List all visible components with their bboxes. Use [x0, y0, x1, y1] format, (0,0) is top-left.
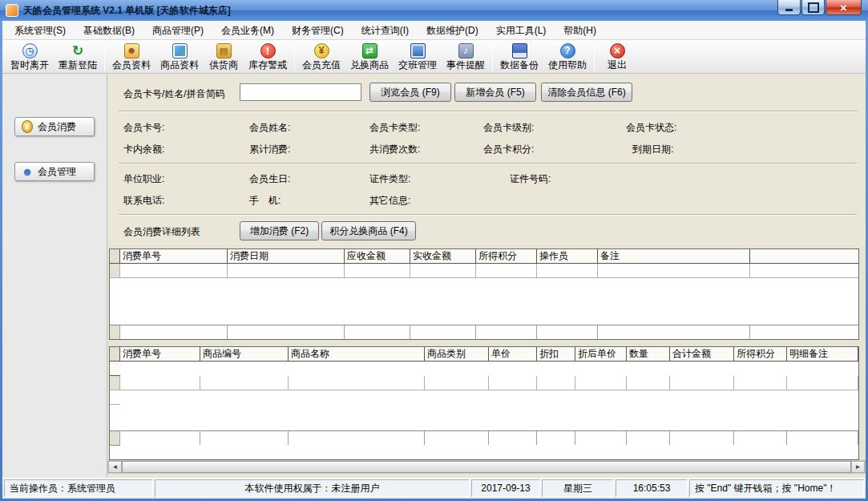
toolbar-stock-alert-button[interactable]: 库存警戒 [244, 42, 292, 72]
search-label: 会员卡号/姓名/拼音简码 [123, 87, 225, 101]
add-consume-button[interactable]: 增加消费 (F2) [240, 221, 319, 240]
id-number-label: 证件号码: [510, 172, 551, 186]
menu-item-utility-tools[interactable]: 实用工具(L) [487, 22, 555, 39]
clear-member-info-button[interactable]: 清除会员信息 (F6) [541, 83, 632, 102]
cell [425, 430, 489, 445]
toolbar-exit-button[interactable]: 退出 [597, 42, 637, 72]
cell [489, 430, 537, 445]
maximize-button[interactable] [801, 0, 825, 15]
menu-item-product-management[interactable]: 商品管理(P) [143, 22, 212, 39]
phone-label: 联系电话: [123, 194, 164, 208]
cell [110, 445, 120, 459]
cell [537, 264, 598, 278]
toolbar-recharge-button[interactable]: 会员充值 [297, 42, 345, 72]
column-header: 折扣 [537, 347, 575, 362]
main-panel: 会员卡号/姓名/拼音简码 浏览会员 (F9) 新增会员 (F5) 清除会员信息 … [107, 74, 866, 478]
separator-line [119, 163, 858, 164]
menu-item-base-data[interactable]: 基础数据(B) [75, 22, 143, 39]
status-bar: 当前操作员：系统管理员 本软件使用权属于：未注册用户 2017-09-13 星期… [2, 478, 866, 499]
scrollbar-thumb[interactable] [122, 461, 851, 473]
row-selector-header [110, 249, 120, 264]
toolbar-backup-button[interactable]: 数据备份 [495, 42, 543, 72]
cell [670, 430, 734, 445]
separator-line [119, 214, 858, 216]
column-header: 操作员 [537, 249, 598, 264]
card-level-label: 会员卡级别: [483, 121, 534, 135]
scrollbar-track[interactable] [122, 461, 851, 473]
toolbar-shift-button[interactable]: 交班管理 [394, 42, 442, 72]
toolbar-reminder-button[interactable]: 事件提醒 [442, 42, 490, 72]
cell [289, 376, 425, 390]
card-status-label: 会员卡状态: [626, 121, 676, 135]
app-icon [6, 4, 18, 17]
toolbar-member-info-button[interactable]: 会员资料 [107, 42, 155, 72]
horizontal-scrollbar[interactable] [107, 460, 866, 474]
cell [476, 325, 537, 339]
cell [670, 376, 734, 390]
table-body [110, 405, 858, 430]
app-window: 天皓会员管理系统 V2.1 单机版 [天皓软件城东店] 系统管理(S) 基础数据… [0, 0, 868, 501]
shift-monitor-icon [410, 43, 426, 59]
card-balance-label: 卡内余额: [123, 143, 164, 156]
browse-member-button[interactable]: 浏览会员 (F9) [369, 83, 451, 102]
sidebar-member-manage-button[interactable]: 会员管理 [14, 162, 95, 181]
close-button[interactable] [826, 0, 862, 15]
other-info-label: 其它信息: [369, 194, 410, 208]
toolbar: 暂时离开 重新登陆 会员资料 商品资料 供货商 库存警戒 会员充值 [2, 40, 866, 74]
menu-item-member-business[interactable]: 会员业务(M) [212, 22, 283, 39]
toolbar-leave-button[interactable]: 暂时离开 [6, 42, 54, 72]
toolbar-exchange-button[interactable]: 兑换商品 [345, 42, 394, 72]
toolbar-help-button[interactable]: 使用帮助 [543, 42, 591, 72]
column-header: 合计金额 [670, 347, 734, 362]
cell [120, 325, 228, 339]
scroll-left-button[interactable] [108, 461, 122, 473]
status-date: 2017-09-13 [471, 479, 540, 497]
add-member-button[interactable]: 新增会员 (F5) [454, 83, 536, 102]
stock-alert-icon [260, 43, 276, 59]
cell [575, 376, 627, 390]
cell [110, 390, 120, 405]
menu-item-data-maintenance[interactable]: 数据维护(D) [418, 22, 487, 39]
cell [734, 430, 787, 445]
toolbar-separator [294, 43, 295, 71]
backup-disk-icon [512, 43, 527, 59]
table-row [110, 376, 858, 405]
column-header: 所得积分 [734, 347, 787, 362]
redeem-points-button[interactable]: 积分兑换商品 (F4) [321, 221, 416, 240]
toolbar-supplier-button[interactable]: 供货商 [204, 42, 244, 72]
cell [110, 325, 120, 339]
menu-item-system-management[interactable]: 系统管理(S) [6, 22, 75, 39]
table-row [110, 325, 858, 339]
toolbar-separator [492, 43, 493, 71]
column-header: 单价 [489, 347, 537, 362]
items-table-header: 消费单号 商品编号 商品名称 商品类别 单价 折扣 折后单价 数量 合计金额 所… [110, 347, 858, 376]
menu-item-help[interactable]: 帮助(H) [555, 22, 605, 39]
cell [410, 325, 476, 339]
table-body [110, 278, 858, 325]
cell [734, 376, 787, 390]
product-photo-icon [172, 43, 188, 59]
toolbar-relogin-button[interactable]: 重新登陆 [54, 42, 102, 72]
cell [598, 325, 750, 339]
column-header: 备注 [598, 249, 750, 264]
card-points-label: 会员卡积分: [483, 143, 534, 156]
sidebar-member-consume-button[interactable]: 会员消费 [14, 117, 95, 136]
status-time: 16:05:53 [616, 479, 688, 497]
column-header: 商品编号 [200, 347, 289, 362]
menu-item-finance-management[interactable]: 财务管理(C) [283, 22, 353, 39]
menu-item-statistics-query[interactable]: 统计查询(I) [353, 22, 418, 39]
cell [345, 264, 410, 278]
consume-table-header: 消费单号 消费日期 应收金额 实收金额 所得积分 操作员 备注 [110, 249, 858, 264]
column-header: 消费单号 [120, 347, 200, 362]
cell [410, 264, 476, 278]
column-header: 应收金额 [345, 249, 410, 264]
member-search-input[interactable] [240, 83, 361, 101]
minimize-button[interactable] [777, 0, 801, 15]
column-header: 数量 [627, 347, 670, 362]
column-header: 明细备注 [787, 347, 858, 362]
separator-line [119, 111, 858, 112]
header-filler [110, 362, 120, 376]
cell [476, 264, 537, 278]
toolbar-product-info-button[interactable]: 商品资料 [155, 42, 204, 72]
scroll-right-button[interactable] [851, 461, 865, 473]
